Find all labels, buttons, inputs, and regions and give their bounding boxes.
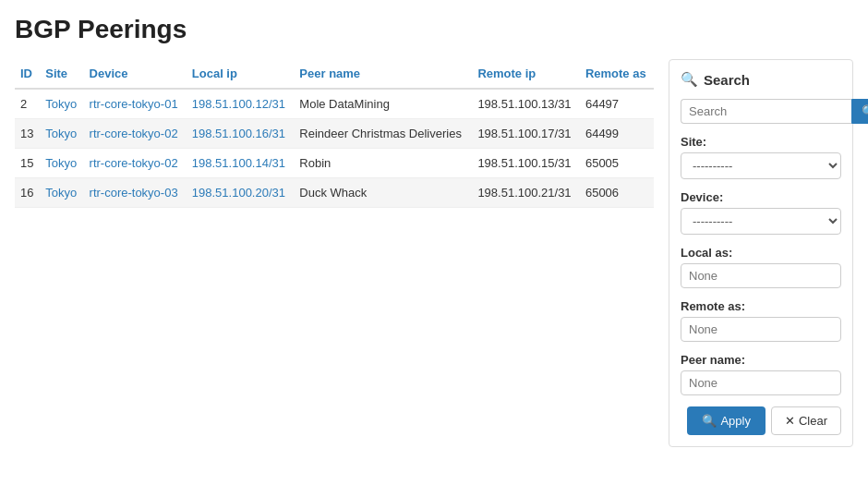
cell-site: Tokyo bbox=[40, 119, 83, 149]
page-container: BGP Peerings ID Site Device Local ip Pee… bbox=[0, 0, 868, 485]
cell-remote_as: 65006 bbox=[580, 178, 654, 208]
link-device[interactable]: rtr-core-tokyo-02 bbox=[90, 156, 178, 170]
link-site[interactable]: Tokyo bbox=[45, 97, 77, 111]
cell-remote_as: 64499 bbox=[580, 119, 654, 149]
peer-name-label: Peer name: bbox=[681, 353, 841, 367]
apply-icon: 🔍 bbox=[702, 414, 717, 428]
cell-site: Tokyo bbox=[40, 178, 83, 208]
device-select[interactable]: ---------- bbox=[681, 208, 841, 235]
cell-remote_ip: 198.51.100.13/31 bbox=[472, 89, 580, 119]
link-local_ip[interactable]: 198.51.100.14/31 bbox=[192, 156, 285, 170]
cell-id: 16 bbox=[15, 178, 40, 208]
search-input[interactable] bbox=[681, 99, 851, 124]
link-local_ip[interactable]: 198.51.100.12/31 bbox=[192, 97, 285, 111]
cell-device: rtr-core-tokyo-03 bbox=[84, 178, 187, 208]
local-as-label: Local as: bbox=[681, 246, 841, 260]
col-device: Device bbox=[84, 59, 187, 89]
cell-remote_ip: 198.51.100.21/31 bbox=[472, 178, 580, 208]
link-device[interactable]: rtr-core-tokyo-02 bbox=[90, 127, 178, 140]
search-sidebar: 🔍 Search 🔍 Site: ---------- Device: ----… bbox=[669, 59, 853, 447]
cell-remote_as: 64497 bbox=[580, 89, 654, 119]
sidebar-title: 🔍 Search bbox=[681, 71, 841, 88]
search-button[interactable]: 🔍 bbox=[851, 99, 868, 124]
device-filter-group: Device: ---------- bbox=[681, 190, 841, 235]
link-device[interactable]: rtr-core-tokyo-01 bbox=[90, 97, 178, 111]
peer-name-input[interactable] bbox=[681, 370, 841, 395]
cell-device: rtr-core-tokyo-01 bbox=[84, 89, 187, 119]
col-id: ID bbox=[15, 59, 40, 89]
table-row: 15Tokyortr-core-tokyo-02198.51.100.14/31… bbox=[15, 149, 654, 178]
cell-remote_as: 65005 bbox=[580, 149, 654, 178]
cell-id: 15 bbox=[15, 149, 40, 178]
table-row: 16Tokyortr-core-tokyo-03198.51.100.20/31… bbox=[15, 178, 654, 208]
device-label: Device: bbox=[681, 190, 841, 204]
table-row: 2Tokyortr-core-tokyo-01198.51.100.12/31M… bbox=[15, 89, 654, 119]
table-row: 13Tokyortr-core-tokyo-02198.51.100.16/31… bbox=[15, 119, 654, 149]
table-header-row: ID Site Device Local ip Peer name Remote… bbox=[15, 59, 654, 89]
peer-name-filter-group: Peer name: bbox=[681, 353, 841, 395]
site-select[interactable]: ---------- bbox=[681, 152, 841, 179]
col-site: Site bbox=[40, 59, 83, 89]
remote-as-input[interactable] bbox=[681, 317, 841, 342]
search-input-row: 🔍 bbox=[681, 99, 841, 124]
page-title: BGP Peerings bbox=[15, 15, 853, 44]
action-buttons: 🔍 Apply ✕ Clear bbox=[681, 406, 841, 435]
link-local_ip[interactable]: 198.51.100.16/31 bbox=[192, 127, 285, 140]
clear-icon: ✕ bbox=[785, 414, 795, 428]
cell-peer_name: Reindeer Christmas Deliveries bbox=[294, 119, 472, 149]
remote-as-filter-group: Remote as: bbox=[681, 299, 841, 342]
cell-local_ip: 198.51.100.20/31 bbox=[187, 178, 295, 208]
cell-site: Tokyo bbox=[40, 149, 83, 178]
main-table-area: ID Site Device Local ip Peer name Remote… bbox=[15, 59, 654, 447]
col-remote-as: Remote as bbox=[580, 59, 654, 89]
cell-id: 13 bbox=[15, 119, 40, 149]
site-filter-group: Site: ---------- bbox=[681, 135, 841, 179]
link-site[interactable]: Tokyo bbox=[45, 186, 77, 200]
cell-local_ip: 198.51.100.14/31 bbox=[187, 149, 295, 178]
cell-peer_name: Duck Whack bbox=[294, 178, 472, 208]
clear-button[interactable]: ✕ Clear bbox=[771, 406, 841, 435]
content-area: ID Site Device Local ip Peer name Remote… bbox=[15, 59, 853, 447]
link-site[interactable]: Tokyo bbox=[45, 156, 77, 170]
site-label: Site: bbox=[681, 135, 841, 149]
cell-device: rtr-core-tokyo-02 bbox=[84, 149, 187, 178]
cell-peer_name: Robin bbox=[294, 149, 472, 178]
remote-as-label: Remote as: bbox=[681, 299, 841, 313]
cell-local_ip: 198.51.100.12/31 bbox=[187, 89, 295, 119]
cell-remote_ip: 198.51.100.15/31 bbox=[472, 149, 580, 178]
cell-local_ip: 198.51.100.16/31 bbox=[187, 119, 295, 149]
cell-site: Tokyo bbox=[40, 89, 83, 119]
link-site[interactable]: Tokyo bbox=[45, 127, 77, 140]
cell-remote_ip: 198.51.100.17/31 bbox=[472, 119, 580, 149]
local-as-input[interactable] bbox=[681, 263, 841, 288]
cell-id: 2 bbox=[15, 89, 40, 119]
col-peer-name: Peer name bbox=[294, 59, 472, 89]
link-device[interactable]: rtr-core-tokyo-03 bbox=[90, 186, 178, 200]
cell-device: rtr-core-tokyo-02 bbox=[84, 119, 187, 149]
bgp-peerings-table: ID Site Device Local ip Peer name Remote… bbox=[15, 59, 654, 208]
cell-peer_name: Mole DataMining bbox=[294, 89, 472, 119]
col-remote-ip: Remote ip bbox=[472, 59, 580, 89]
link-local_ip[interactable]: 198.51.100.20/31 bbox=[192, 186, 285, 200]
apply-button[interactable]: 🔍 Apply bbox=[687, 406, 766, 435]
search-icon: 🔍 bbox=[681, 71, 698, 88]
local-as-filter-group: Local as: bbox=[681, 246, 841, 288]
col-local-ip: Local ip bbox=[187, 59, 295, 89]
